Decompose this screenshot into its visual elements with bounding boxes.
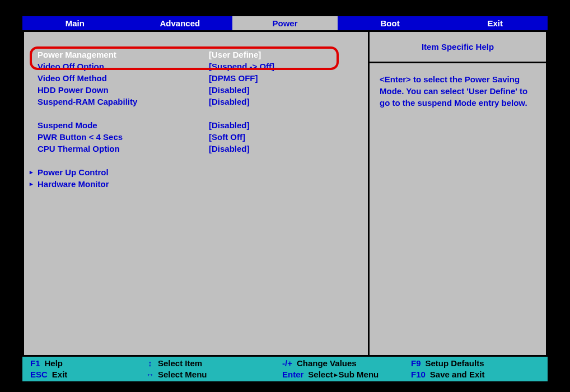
nav-key-f10: F10 — [411, 369, 426, 380]
nav-row-1: F1 Help ↕ Select Item -/+ Change Values … — [22, 358, 548, 369]
tab-exit[interactable]: Exit — [442, 16, 548, 30]
setting-pwr-button[interactable]: PWR Button < 4 Secs [Soft Off] — [30, 131, 359, 143]
nav-select-submenu: Enter Select ▸ Sub Menu — [282, 369, 411, 380]
setting-label: Video Off Method — [30, 72, 209, 84]
nav-help: F1 Help — [30, 358, 142, 369]
nav-label: Select — [308, 369, 333, 380]
nav-select-menu: ↔ Select Menu — [142, 369, 282, 380]
nav-setup-defaults: F9 Setup Defaults — [411, 358, 534, 369]
settings-panel: Power Management [User Define] Video Off… — [24, 32, 370, 355]
setting-value: [Suspend -> Off] — [209, 60, 274, 72]
leftright-arrow-icon: ↔ — [142, 369, 158, 380]
nav-label: Sub Menu — [339, 369, 379, 380]
bios-setup-screen: Main Advanced Power Boot Exit Power Mana… — [0, 0, 570, 392]
help-body: <Enter> to select the Power Saving Mode.… — [370, 63, 546, 119]
nav-select-item: ↕ Select Item — [142, 358, 282, 369]
help-title: Item Specific Help — [370, 32, 546, 63]
setting-label: HDD Power Down — [30, 84, 209, 96]
gap — [30, 155, 359, 166]
gap — [30, 108, 359, 119]
nav-save-exit: F10 Save and Exit — [411, 369, 534, 380]
setting-label: CPU Thermal Option — [30, 143, 209, 155]
setting-power-management[interactable]: Power Management [User Define] — [30, 49, 359, 60]
nav-key-f1: F1 — [30, 358, 40, 369]
submenu-arrow-icon: ▸ — [334, 369, 338, 380]
setting-hdd-power-down[interactable]: HDD Power Down [Disabled] — [30, 84, 359, 96]
help-panel: Item Specific Help <Enter> to select the… — [370, 32, 546, 355]
tab-power[interactable]: Power — [232, 16, 338, 30]
setting-label: Power Management — [30, 49, 209, 60]
setting-value: [DPMS OFF] — [209, 72, 258, 84]
setting-label: Suspend Mode — [30, 119, 209, 131]
top-spacer — [0, 0, 570, 16]
tab-advanced[interactable]: Advanced — [128, 16, 233, 30]
setting-value: [Disabled] — [209, 143, 250, 155]
setting-value: [Disabled] — [209, 96, 250, 108]
setting-value: [Disabled] — [209, 84, 250, 96]
nav-exit: ESC Exit — [30, 369, 142, 380]
tab-bar: Main Advanced Power Boot Exit — [22, 16, 548, 30]
submenu-hardware-monitor[interactable]: ▸ Hardware Monitor — [30, 178, 359, 190]
nav-label: Change Values — [297, 358, 357, 369]
main-area: Power Management [User Define] Video Off… — [22, 30, 548, 357]
setting-value: [Disabled] — [209, 119, 250, 131]
settings-list: Power Management [User Define] Video Off… — [30, 49, 359, 190]
nav-label: Save and Exit — [430, 369, 485, 380]
submenu-label: Hardware Monitor — [38, 178, 109, 190]
setting-suspend-ram[interactable]: Suspend-RAM Capability [Disabled] — [30, 96, 359, 108]
nav-row-2: ESC Exit ↔ Select Menu Enter Select ▸ Su… — [22, 369, 548, 380]
nav-bar: F1 Help ↕ Select Item -/+ Change Values … — [22, 357, 548, 381]
nav-label: Exit — [52, 369, 68, 380]
tab-main[interactable]: Main — [22, 16, 128, 30]
nav-label: Setup Defaults — [426, 358, 484, 369]
setting-label: PWR Button < 4 Secs — [30, 131, 209, 143]
updown-arrow-icon: ↕ — [142, 358, 158, 369]
nav-key-esc: ESC — [30, 369, 48, 380]
setting-cpu-thermal[interactable]: CPU Thermal Option [Disabled] — [30, 143, 359, 155]
nav-key-plusminus: -/+ — [282, 358, 292, 369]
submenu-power-up-control[interactable]: ▸ Power Up Control — [30, 166, 359, 178]
setting-label: Video Off Option — [30, 60, 209, 72]
setting-label: Suspend-RAM Capability — [30, 96, 209, 108]
setting-value: [User Define] — [209, 49, 261, 60]
submenu-label: Power Up Control — [38, 166, 109, 178]
setting-video-off-option[interactable]: Video Off Option [Suspend -> Off] — [30, 60, 359, 72]
nav-key-enter: Enter — [282, 369, 303, 380]
nav-label: Help — [45, 358, 63, 369]
submenu-arrow-icon: ▸ — [30, 178, 38, 190]
nav-change-values: -/+ Change Values — [282, 358, 411, 369]
nav-label: Select Item — [158, 358, 202, 369]
setting-value: [Soft Off] — [209, 131, 245, 143]
nav-key-f9: F9 — [411, 358, 421, 369]
setting-video-off-method[interactable]: Video Off Method [DPMS OFF] — [30, 72, 359, 84]
tab-boot[interactable]: Boot — [338, 16, 443, 30]
nav-label: Select Menu — [158, 369, 207, 380]
submenu-arrow-icon: ▸ — [30, 166, 38, 178]
setting-suspend-mode[interactable]: Suspend Mode [Disabled] — [30, 119, 359, 131]
